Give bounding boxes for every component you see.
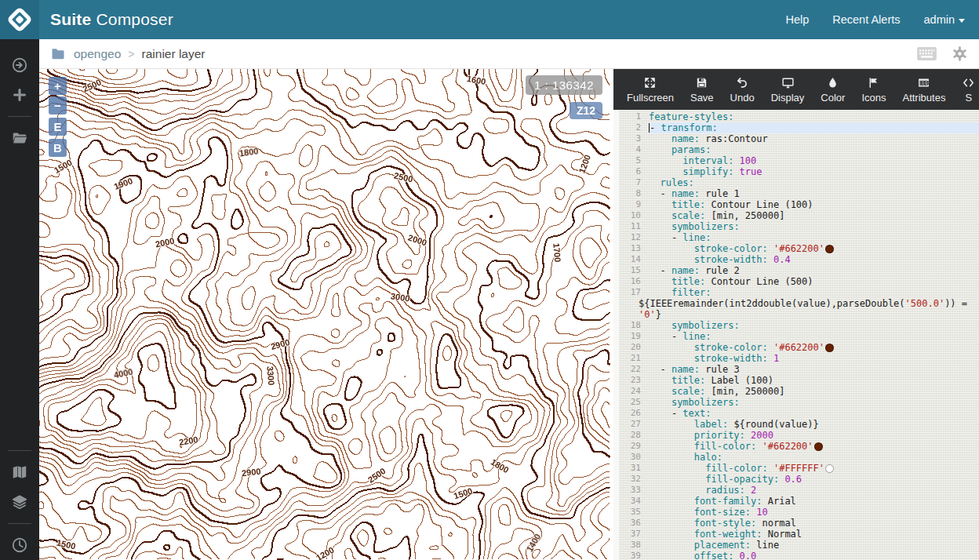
boundless-logo-icon xyxy=(6,6,33,33)
code-line-content[interactable]: font-family: Arial xyxy=(649,496,979,507)
code-line-content[interactable]: - line: xyxy=(649,232,979,243)
code-line-content[interactable]: '0'} xyxy=(613,309,979,320)
code-line-content[interactable]: radius: 2 xyxy=(649,485,979,496)
code-line-content[interactable]: interval: 100 xyxy=(649,155,979,166)
sidebar-item-maps[interactable] xyxy=(0,457,39,487)
color-swatch[interactable] xyxy=(814,442,823,451)
sidebar-item-layers[interactable] xyxy=(0,487,39,517)
code-line-content[interactable]: - name: rule 3 xyxy=(649,364,979,375)
token: 1 xyxy=(768,353,779,364)
token: )) = xyxy=(944,298,967,309)
code-line-content[interactable]: scale: [min, 250000] xyxy=(649,386,979,397)
sidebar-item-recent[interactable] xyxy=(0,530,39,560)
token: - xyxy=(649,331,682,342)
code-line-content[interactable]: stroke-width: 1 xyxy=(649,353,979,364)
toolbar-button-color[interactable]: Color xyxy=(813,69,852,110)
code-line-content[interactable]: - text: xyxy=(649,408,979,419)
sidebar-item-expand[interactable] xyxy=(0,50,39,80)
code-line-content[interactable]: - name: rule 1 xyxy=(649,188,979,199)
code-line-content[interactable]: name: ras:Contour xyxy=(649,133,979,144)
line-number: 14 xyxy=(613,254,649,265)
breadcrumb-workspace[interactable]: opengeo xyxy=(74,47,121,61)
contour-map-canvas[interactable] xyxy=(39,69,610,560)
folder-icon xyxy=(50,46,66,62)
code-line-content[interactable]: fill-opacity: 0.6 xyxy=(649,474,979,485)
map-control-basemap[interactable]: B xyxy=(49,139,67,157)
code-line-content[interactable]: font-weight: Normal xyxy=(649,529,979,540)
header-link-help[interactable]: Help xyxy=(785,13,809,26)
editor-line: 17 filter: xyxy=(613,287,979,298)
code-line-content[interactable]: feature-styles: xyxy=(649,111,979,122)
code-line-content[interactable]: - name: rule 2 xyxy=(649,265,979,276)
toolbar-button-attributes[interactable]: Attributes xyxy=(895,69,952,110)
toolbar-button-sld[interactable]: S xyxy=(955,69,979,110)
toolbar-button-fullscreen[interactable]: Fullscreen xyxy=(620,69,681,110)
code-line-content[interactable]: rules: xyxy=(649,177,979,188)
map-control-zoom-in[interactable]: + xyxy=(49,77,67,95)
editor-line: 18 symbolizers: xyxy=(613,320,979,331)
token xyxy=(649,485,705,496)
code-line-content[interactable]: fill-color: '#FFFFFF' xyxy=(649,463,979,474)
code-line-content[interactable]: title: Contour Line (100) xyxy=(649,199,979,210)
code-line-content[interactable]: halo: xyxy=(649,452,979,463)
code-line-content[interactable]: scale: [min, 250000] xyxy=(649,210,979,221)
display-icon xyxy=(781,76,795,89)
code-line-content[interactable]: filter: xyxy=(649,287,979,298)
fullscreen-icon xyxy=(643,76,657,89)
ysld-code-editor[interactable]: 1feature-styles:2- transform:3 name: ras… xyxy=(613,110,979,560)
token: [min, 250000] xyxy=(705,210,784,221)
toolbar-button-save[interactable]: Save xyxy=(683,69,721,110)
code-line-content[interactable]: - line: xyxy=(649,331,979,342)
code-line-content[interactable]: font-size: 10 xyxy=(649,507,979,518)
toolbar-button-undo[interactable]: Undo xyxy=(723,69,762,110)
code-line-content[interactable]: symbolizers: xyxy=(649,397,979,408)
token: stroke-color: xyxy=(694,342,768,353)
code-line-content[interactable]: priority: 2000 xyxy=(649,430,979,441)
header-link-recent-alerts[interactable]: Recent Alerts xyxy=(832,13,900,26)
code-line-content[interactable]: stroke-width: 0.4 xyxy=(649,254,979,265)
code-line-content[interactable]: params: xyxy=(649,144,979,155)
code-line-content[interactable]: fill-color: '#662200' xyxy=(649,441,979,452)
token: '#662200' xyxy=(762,441,813,452)
sidebar-item-add[interactable] xyxy=(0,80,39,110)
code-line-content[interactable]: - transform: xyxy=(649,122,979,133)
token: 0.6 xyxy=(779,474,802,485)
code-line-content[interactable]: simplify: true xyxy=(649,166,979,177)
code-line-content[interactable]: font-style: normal xyxy=(649,518,979,529)
code-line-content[interactable]: symbolizers: xyxy=(649,320,979,331)
map-control-extent[interactable]: E xyxy=(49,118,67,136)
color-swatch[interactable] xyxy=(825,464,834,473)
map-icon xyxy=(11,464,28,481)
line-number: 15 xyxy=(613,265,649,276)
keyboard-shortcuts-icon[interactable] xyxy=(916,46,937,61)
sidebar-item-browse-data[interactable] xyxy=(0,123,39,153)
token: - xyxy=(650,122,661,133)
code-line-content[interactable]: stroke-color: '#662200' xyxy=(649,243,979,254)
code-line-content[interactable]: label: ${round(value)} xyxy=(649,419,979,430)
editor-line: 30 halo: xyxy=(613,452,979,463)
color-swatch[interactable] xyxy=(825,245,834,253)
token xyxy=(649,375,671,386)
token xyxy=(649,397,671,408)
code-line-content[interactable]: title: Label (100) xyxy=(649,375,979,386)
code-line-content[interactable]: stroke-color: '#662200' xyxy=(649,342,979,353)
map-scale-indicator: 1 : 136342 xyxy=(526,75,602,95)
gear-icon[interactable] xyxy=(952,45,968,62)
toolbar-button-icons[interactable]: Icons xyxy=(854,69,893,110)
code-line-content[interactable]: symbolizers: xyxy=(649,221,979,232)
code-line-content[interactable]: title: Contour Line (500) xyxy=(649,276,979,287)
line-number: 10 xyxy=(613,210,649,221)
color-swatch[interactable] xyxy=(825,344,834,352)
map-preview: 2500160015001800190012002500200020001700… xyxy=(39,69,610,560)
editor-line: 5 interval: 100 xyxy=(613,155,979,166)
code-line-content[interactable]: placement: line xyxy=(649,540,979,551)
token: placement: xyxy=(694,540,751,551)
toolbar-button-display[interactable]: Display xyxy=(764,69,812,110)
folder-icon xyxy=(11,129,28,147)
map-control-zoom-out[interactable]: − xyxy=(49,96,67,115)
code-line-content[interactable]: ${IEEEremainder(int2ddouble(value),parse… xyxy=(613,298,979,309)
token: - xyxy=(649,265,671,276)
token xyxy=(649,518,694,529)
code-line-content[interactable]: offset: 0.0 xyxy=(649,551,979,560)
header-link-admin-menu[interactable]: admin xyxy=(924,13,966,26)
